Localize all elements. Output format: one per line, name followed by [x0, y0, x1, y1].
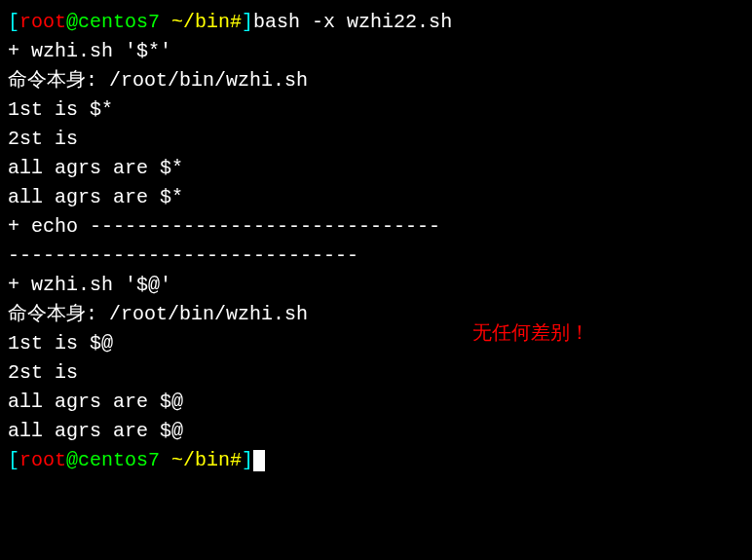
prompt-bracket-open: [: [8, 11, 19, 33]
terminal-output-line: + wzhi.sh '$*': [8, 37, 744, 66]
command-text: bash -x wzhi22.sh: [253, 11, 452, 33]
terminal-output-line: + echo ------------------------------: [8, 212, 744, 242]
terminal-output-line: all agrs are $*: [8, 183, 744, 212]
prompt-bracket-close: ]: [242, 11, 253, 33]
prompt-host: centos7: [78, 449, 171, 471]
terminal-output-line: all agrs are $*: [8, 154, 744, 183]
terminal-output-line: 1st is $@: [8, 329, 744, 358]
terminal-output-line: + wzhi.sh '$@': [8, 271, 744, 300]
terminal-cursor: [253, 450, 265, 471]
prompt-user: root: [19, 449, 66, 471]
prompt-at: @: [66, 449, 78, 471]
prompt-path: ~/bin#: [171, 11, 242, 33]
terminal-output-line: 命令本身: /root/bin/wzhi.sh: [8, 66, 744, 95]
terminal-output-line: ------------------------------: [8, 242, 744, 271]
prompt-bracket-close: ]: [242, 449, 253, 471]
prompt-bracket-open: [: [8, 449, 19, 471]
terminal-output-line: 2st is: [8, 358, 744, 388]
terminal-output-line: 2st is: [8, 125, 744, 154]
terminal-output-line: 1st is $*: [8, 95, 744, 125]
terminal-output-line: all agrs are $@: [8, 417, 744, 446]
terminal-prompt-line[interactable]: [root@centos7 ~/bin#]: [8, 446, 744, 475]
prompt-path: ~/bin#: [171, 449, 242, 471]
terminal-output-line: all agrs are $@: [8, 388, 744, 417]
terminal-output-line: 命令本身: /root/bin/wzhi.sh: [8, 300, 744, 329]
prompt-user: root: [19, 11, 66, 33]
prompt-at: @: [66, 11, 78, 33]
annotation-text: 无任何差别！: [472, 317, 589, 347]
terminal-line-1: [root@centos7 ~/bin#]bash -x wzhi22.sh: [8, 8, 744, 37]
prompt-host: centos7: [78, 11, 171, 33]
